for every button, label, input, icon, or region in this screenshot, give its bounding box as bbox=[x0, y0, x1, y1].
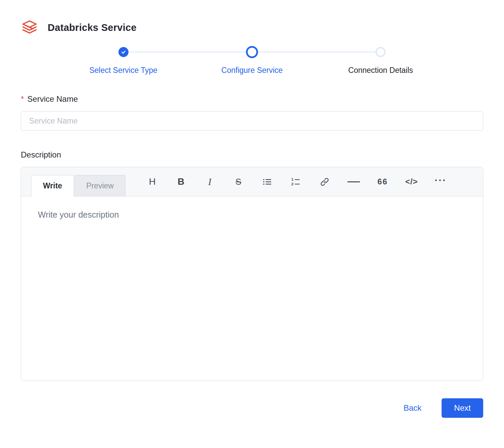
description-textarea[interactable] bbox=[21, 196, 483, 380]
next-button[interactable]: Next bbox=[442, 398, 483, 418]
description-field: Description Write Preview H B I S bbox=[21, 150, 483, 381]
step-label-select-service-type: Select Service Type bbox=[89, 66, 157, 75]
markdown-editor: Write Preview H B I S bbox=[21, 167, 483, 381]
footer: Back Next bbox=[21, 398, 483, 418]
step-label-configure-service: Configure Service bbox=[221, 66, 283, 75]
italic-icon[interactable]: I bbox=[204, 174, 216, 190]
editor-toolbar: Write Preview H B I S bbox=[21, 167, 483, 196]
tab-write[interactable]: Write bbox=[31, 175, 74, 196]
step-pending-indicator bbox=[375, 47, 386, 57]
back-button[interactable]: Back bbox=[400, 401, 425, 415]
quote-icon[interactable]: 66 bbox=[376, 174, 389, 190]
code-icon[interactable]: </> bbox=[405, 174, 418, 190]
step-connection-details: Connection Details bbox=[316, 46, 445, 75]
step-select-service-type: Select Service Type bbox=[59, 46, 188, 75]
svg-text:2: 2 bbox=[291, 181, 294, 186]
ordered-list-icon[interactable]: 1 2 bbox=[290, 174, 302, 190]
toolbar-buttons: H B I S 1 bbox=[146, 167, 447, 196]
service-name-field: *Service Name bbox=[21, 94, 483, 131]
step-completed-indicator bbox=[118, 47, 129, 57]
bold-icon[interactable]: B bbox=[175, 174, 187, 190]
description-label: Description bbox=[21, 150, 483, 160]
strikethrough-icon[interactable]: S bbox=[233, 174, 245, 190]
step-configure-service: Configure Service bbox=[188, 46, 316, 75]
heading-icon[interactable]: H bbox=[146, 174, 158, 190]
service-name-label: *Service Name bbox=[21, 94, 483, 104]
svg-text:1: 1 bbox=[291, 177, 294, 182]
step-active-indicator bbox=[246, 46, 258, 58]
service-name-input[interactable] bbox=[21, 111, 483, 131]
header: Databricks Service bbox=[21, 19, 483, 36]
databricks-service-page: Databricks Service Select Service Type C… bbox=[0, 0, 504, 431]
service-name-label-text: Service Name bbox=[27, 94, 78, 103]
stepper: Select Service Type Configure Service Co… bbox=[59, 46, 445, 75]
horizontal-rule-icon[interactable] bbox=[347, 174, 360, 190]
required-asterisk: * bbox=[21, 94, 24, 103]
tab-preview[interactable]: Preview bbox=[74, 175, 125, 196]
more-icon[interactable]: ··· bbox=[435, 174, 447, 190]
databricks-logo-icon bbox=[21, 19, 38, 36]
page-title: Databricks Service bbox=[48, 22, 137, 33]
step-label-connection-details: Connection Details bbox=[348, 66, 413, 75]
editor-body bbox=[21, 196, 483, 380]
link-icon[interactable] bbox=[318, 174, 331, 190]
check-icon bbox=[121, 49, 126, 55]
unordered-list-icon[interactable] bbox=[261, 174, 273, 190]
